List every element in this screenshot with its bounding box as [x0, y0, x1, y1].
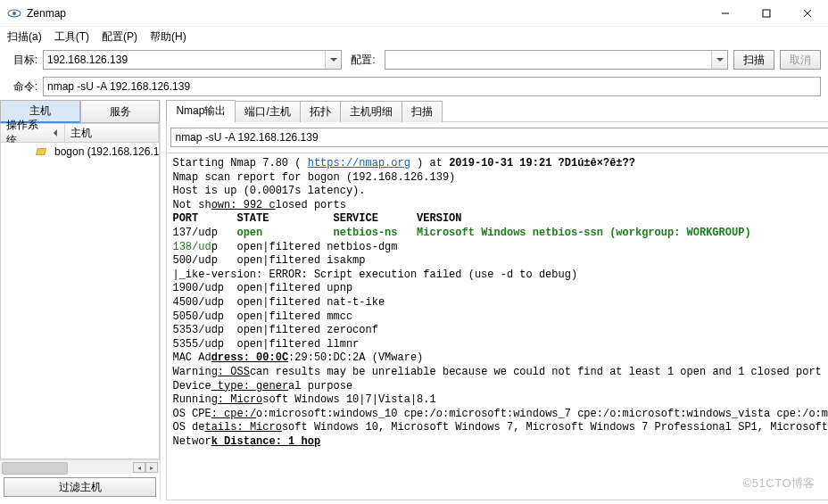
host-name: bogon (192.168.126.1: [54, 145, 159, 158]
svg-marker-8: [54, 129, 57, 136]
output-tabs: Nmap输出 端口/主机 拓扑 主机明细 扫描: [166, 100, 828, 121]
output-command-value: nmap -sU -A 192.168.126.139: [175, 131, 318, 144]
scan-button[interactable]: 扫描: [733, 50, 774, 70]
target-row: 目标: 192.168.126.139 配置: 扫描 取消: [0, 46, 828, 73]
menu-scan[interactable]: 扫描(a): [7, 29, 42, 45]
tab-ports-hosts[interactable]: 端口/主机: [235, 101, 300, 122]
menu-profile[interactable]: 配置(P): [102, 29, 137, 45]
minimize-button[interactable]: [705, 0, 746, 26]
left-pane: 主机 服务 操作系统 主机 bogon (192.168.126.1 ◂▸ 过滤…: [0, 100, 161, 500]
col-os[interactable]: 操作系统: [1, 124, 65, 142]
maximize-button[interactable]: [746, 0, 787, 26]
chevron-down-icon[interactable]: [325, 51, 341, 69]
tab-nmap-output[interactable]: Nmap输出: [166, 100, 236, 122]
target-label: 目标:: [7, 53, 37, 68]
profile-combo[interactable]: [385, 50, 728, 70]
host-row[interactable]: bogon (192.168.126.1: [1, 143, 159, 161]
host-list-header: 操作系统 主机: [0, 123, 160, 143]
target-value: 192.168.126.139: [47, 54, 128, 66]
command-input[interactable]: nmap -sU -A 192.168.126.139: [43, 77, 821, 96]
close-button[interactable]: [787, 0, 828, 26]
output-command-bar: nmap -sU -A 192.168.126.139 明细: [166, 121, 828, 153]
svg-rect-3: [763, 10, 770, 17]
app-icon: [7, 6, 21, 21]
tab-services[interactable]: 服务: [80, 100, 161, 123]
svg-point-1: [12, 12, 16, 15]
window-title: Zenmap: [27, 7, 705, 20]
chevron-down-icon[interactable]: [711, 51, 727, 69]
menu-help[interactable]: 帮助(H): [150, 29, 186, 45]
chevron-left-icon: [52, 129, 59, 136]
right-pane: Nmap输出 端口/主机 拓扑 主机明细 扫描 nmap -sU -A 192.…: [161, 100, 828, 500]
tab-host-details[interactable]: 主机明细: [340, 101, 402, 122]
menu-bar: 扫描(a) 工具(T) 配置(P) 帮助(H): [0, 27, 828, 46]
menu-tools[interactable]: 工具(T): [54, 29, 89, 45]
tab-scans[interactable]: 扫描: [402, 101, 443, 122]
col-host[interactable]: 主机: [65, 124, 159, 142]
svg-marker-7: [716, 58, 724, 62]
svg-marker-6: [330, 58, 337, 62]
target-combo[interactable]: 192.168.126.139: [43, 50, 342, 70]
nmap-output-box[interactable]: Starting Nmap 7.80 ( https://nmap.org ) …: [166, 153, 828, 500]
title-bar: Zenmap: [0, 0, 828, 27]
command-row: 命令: nmap -sU -A 192.168.126.139: [0, 73, 828, 100]
cancel-button[interactable]: 取消: [780, 50, 821, 70]
nmap-output-text: Starting Nmap 7.80 ( https://nmap.org ) …: [167, 153, 828, 452]
filter-hosts-button[interactable]: 过滤主机: [4, 477, 156, 497]
horizontal-scrollbar[interactable]: ◂▸: [0, 459, 160, 474]
host-list[interactable]: bogon (192.168.126.1: [0, 143, 160, 459]
tab-topology[interactable]: 拓扑: [300, 101, 341, 122]
profile-label: 配置:: [347, 53, 378, 68]
output-command-combo[interactable]: nmap -sU -A 192.168.126.139: [170, 128, 828, 147]
command-value: nmap -sU -A 192.168.126.139: [47, 80, 190, 93]
host-os-icon: [36, 148, 46, 155]
command-label: 命令:: [7, 79, 37, 95]
